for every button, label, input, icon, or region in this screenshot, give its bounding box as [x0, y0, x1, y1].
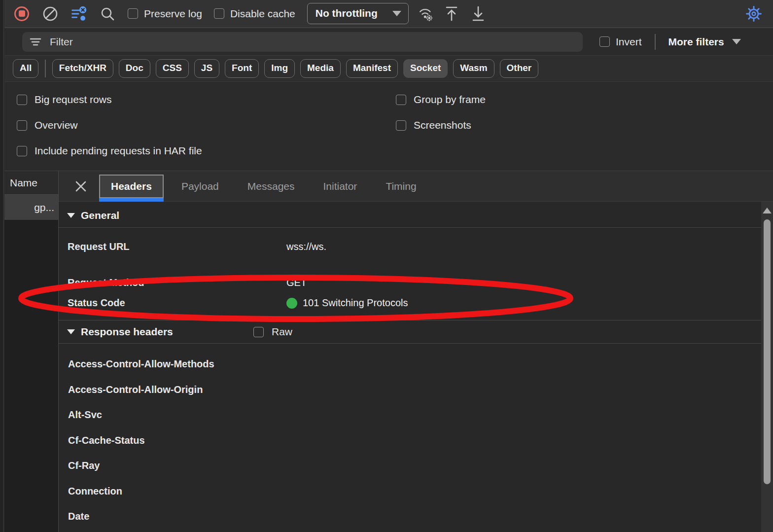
- chevron-down-icon: [392, 11, 401, 16]
- chip-all[interactable]: All: [13, 59, 38, 78]
- filter-input-wrap[interactable]: [22, 32, 583, 52]
- header-name: Access-Control-Allow-Origin: [68, 383, 761, 396]
- group-by-frame-checkbox[interactable]: [396, 95, 406, 105]
- gear-icon: [745, 4, 762, 24]
- include-pending-group: Include pending requests in HAR file: [17, 145, 202, 157]
- include-pending-label: Include pending requests in HAR file: [35, 145, 202, 157]
- request-url-label: Request URL: [68, 241, 286, 252]
- chip-fetch-xhr[interactable]: Fetch/XHR: [52, 59, 113, 78]
- scroll-up-arrow-icon[interactable]: [763, 208, 772, 213]
- network-conditions-button[interactable]: [418, 5, 434, 22]
- chip-socket[interactable]: Socket: [403, 59, 448, 78]
- disable-cache-group: Disable cache: [214, 8, 295, 20]
- chip-doc[interactable]: Doc: [119, 59, 150, 78]
- disable-cache-label: Disable cache: [230, 8, 295, 20]
- import-har-button[interactable]: [443, 5, 460, 22]
- raw-toggle-group: Raw: [253, 326, 292, 338]
- tab-initiator[interactable]: Initiator: [313, 171, 368, 201]
- header-name: Access-Control-Allow-Methods: [68, 357, 761, 370]
- invert-checkbox[interactable]: [599, 36, 610, 47]
- raw-label: Raw: [272, 326, 292, 338]
- clear-network-log-button[interactable]: [42, 5, 59, 22]
- overview-group: Overview: [17, 119, 78, 131]
- screenshots-label: Screenshots: [414, 119, 471, 131]
- request-row-selected[interactable]: gp...: [4, 195, 58, 220]
- headers-content: General Request URL wss://ws. Request Me…: [59, 202, 761, 532]
- filter-toggle-button[interactable]: [70, 5, 87, 22]
- devtools-left-edge: [0, 0, 4, 532]
- disable-cache-checkbox[interactable]: [214, 8, 224, 19]
- preserve-log-checkbox[interactable]: [128, 8, 138, 19]
- tab-timing[interactable]: Timing: [375, 171, 427, 201]
- throttling-dropdown[interactable]: No throttling: [307, 3, 409, 24]
- chip-divider: [45, 60, 46, 77]
- header-name: Cf-Cache-Status: [68, 434, 761, 447]
- network-options: Big request rows Group by frame Overview…: [4, 82, 773, 171]
- more-filters-label: More filters: [668, 36, 724, 48]
- filter-input[interactable]: [50, 36, 493, 48]
- filter-bar: Invert More filters: [4, 28, 773, 56]
- chip-font[interactable]: Font: [225, 59, 259, 78]
- search-icon: [100, 6, 115, 22]
- search-button[interactable]: [99, 5, 116, 22]
- close-detail-button[interactable]: [70, 171, 92, 201]
- status-success-dot-icon: [286, 298, 297, 309]
- request-detail-panel: Headers Payload Messages Initiator Timin…: [59, 171, 773, 532]
- raw-checkbox[interactable]: [253, 327, 264, 337]
- chip-other[interactable]: Other: [500, 59, 539, 78]
- detail-scrollbar[interactable]: [761, 202, 773, 532]
- invert-label: Invert: [616, 36, 642, 48]
- big-request-rows-checkbox[interactable]: [17, 95, 27, 105]
- status-code-row: Status Code 101 Switching Protocols: [59, 297, 761, 309]
- chip-css[interactable]: CSS: [156, 59, 189, 78]
- filter-divider: [655, 34, 656, 50]
- record-icon: [14, 6, 29, 21]
- chip-wasm[interactable]: Wasm: [453, 59, 494, 78]
- clear-icon: [42, 6, 58, 22]
- settings-button[interactable]: [745, 5, 762, 22]
- tab-messages[interactable]: Messages: [237, 171, 306, 201]
- tab-headers[interactable]: Headers: [99, 175, 164, 198]
- request-url-row: Request URL wss://ws.: [59, 241, 761, 252]
- throttling-value: No throttling: [316, 7, 378, 19]
- name-column-header[interactable]: Name: [4, 171, 58, 195]
- chip-media[interactable]: Media: [300, 59, 341, 78]
- invert-group: Invert: [599, 36, 642, 48]
- scrollbar-thumb[interactable]: [764, 219, 771, 484]
- status-code-label: Status Code: [68, 297, 286, 309]
- chevron-down-icon: [732, 39, 741, 44]
- general-title: General: [81, 210, 119, 221]
- include-pending-checkbox[interactable]: [17, 146, 27, 156]
- tab-payload[interactable]: Payload: [171, 171, 230, 201]
- network-toolbar: Preserve log Disable cache No throttling: [4, 0, 773, 28]
- overview-label: Overview: [35, 119, 78, 131]
- response-headers-title: Response headers: [81, 326, 173, 338]
- response-headers-toggle[interactable]: Response headers: [67, 326, 253, 338]
- big-request-rows-group: Big request rows: [17, 94, 111, 106]
- request-method-row: Request Method GET: [59, 277, 761, 288]
- export-har-button[interactable]: [470, 5, 487, 22]
- screenshots-checkbox[interactable]: [396, 120, 406, 131]
- status-code-value: 101 Switching Protocols: [303, 297, 408, 309]
- header-name: Date: [68, 510, 761, 523]
- section-divider: [59, 227, 761, 228]
- response-header-list: Access-Control-Allow-Methods Access-Cont…: [59, 344, 761, 523]
- request-list-panel: Name gp...: [4, 171, 59, 532]
- general-section-header[interactable]: General: [59, 202, 761, 227]
- more-filters-dropdown[interactable]: More filters: [668, 36, 741, 48]
- overview-checkbox[interactable]: [17, 120, 27, 131]
- collapse-triangle-icon: [67, 329, 75, 334]
- header-name: Alt-Svc: [68, 408, 761, 421]
- chip-js[interactable]: JS: [194, 59, 219, 78]
- record-network-log-button[interactable]: [13, 5, 30, 22]
- response-headers-section-header: Response headers Raw: [59, 320, 761, 343]
- preserve-log-label: Preserve log: [144, 8, 202, 20]
- import-har-icon: [443, 5, 460, 23]
- request-method-label: Request Method: [68, 277, 286, 288]
- screenshots-group: Screenshots: [396, 119, 471, 131]
- chip-img[interactable]: Img: [264, 59, 295, 78]
- request-method-value: GET: [286, 277, 307, 288]
- big-request-rows-label: Big request rows: [35, 94, 111, 106]
- group-by-frame-label: Group by frame: [414, 94, 486, 106]
- chip-manifest[interactable]: Manifest: [346, 59, 398, 78]
